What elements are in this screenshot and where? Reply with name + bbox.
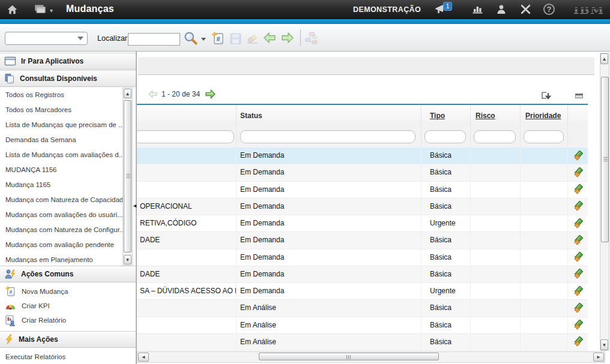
table-row[interactable]: DADEEm DemandaBásica (137, 232, 588, 249)
action-item[interactable]: #Nova Mudança (0, 284, 136, 299)
next-record-button[interactable] (280, 31, 295, 47)
column-header-tipo[interactable]: Tipo (421, 105, 470, 126)
add-bookmark-icon[interactable] (573, 336, 584, 347)
scroll-down-icon[interactable]: ▼ (600, 339, 608, 350)
table-row[interactable]: OPERACIONALEm DemandaBásica (137, 198, 588, 215)
more-action-item[interactable]: Executar Relatórios (0, 350, 136, 364)
cell-risco (470, 164, 520, 181)
query-item[interactable]: Mudanças em Planejamento (0, 252, 122, 266)
filter-status-input[interactable] (240, 130, 415, 143)
table-filter-row (137, 126, 588, 148)
add-bookmark-icon[interactable] (573, 303, 584, 314)
add-bookmark-icon[interactable] (573, 184, 584, 195)
new-record-button[interactable]: # (211, 31, 225, 48)
query-item[interactable]: Todos os Registros (0, 88, 122, 103)
query-item[interactable]: Mudanças com Natureza de Configur... (0, 222, 122, 237)
localizar-input[interactable] (128, 33, 180, 46)
add-bookmark-icon[interactable] (573, 151, 584, 161)
add-bookmark-icon[interactable] (573, 167, 584, 178)
add-bookmark-icon[interactable] (573, 218, 584, 229)
add-bookmark-icon[interactable] (573, 286, 584, 297)
table-row[interactable]: Em AnáliseBásica (137, 334, 588, 351)
cell-description (137, 182, 236, 198)
table-row[interactable]: Em DemandaBásica (137, 164, 588, 181)
scroll-up-icon[interactable]: ▲ (124, 89, 131, 98)
scrollbar-thumb[interactable] (601, 77, 609, 242)
filter-prioridade-input[interactable] (524, 130, 564, 143)
scrollbar-thumb[interactable] (259, 353, 439, 360)
save-button[interactable] (229, 32, 242, 47)
column-header-status: Status (236, 105, 421, 126)
sidebar-collapse-handle[interactable]: ◄ (132, 203, 137, 209)
query-item[interactable]: Demandas da Semana (0, 133, 122, 148)
reports-chart-button[interactable] (472, 4, 484, 17)
table-row[interactable]: Em DemandaBásica (137, 182, 588, 198)
add-bookmark-icon[interactable] (573, 252, 584, 263)
kpi-gauge-icon (4, 302, 16, 310)
add-bookmark-icon[interactable] (573, 320, 584, 330)
action-item[interactable]: Criar KPI (0, 299, 136, 313)
filter-risco-input[interactable] (474, 130, 516, 143)
table-row[interactable]: RETIVA,CÓDIGOEm DemandaUrgente (137, 215, 588, 232)
minimize-icon[interactable] (575, 94, 583, 98)
table-row[interactable]: Em AnáliseBásica (137, 300, 588, 317)
scrollbar-thumb[interactable] (124, 100, 131, 252)
query-item[interactable]: Mudanças com avaliações do usuári... (0, 207, 122, 222)
vertical-scrollbar[interactable]: ▲ ▼ (600, 53, 609, 351)
clear-changes-button[interactable] (246, 32, 259, 47)
table-row[interactable]: Em DemandaBásica (137, 148, 588, 164)
query-item[interactable]: Mudança com Natureza de Capacidade (0, 192, 122, 207)
announcements-button[interactable]: 1 (435, 4, 448, 17)
section-go-to-applications[interactable]: Ir Para Aplicativos (0, 53, 136, 70)
next-page-icon[interactable] (205, 89, 216, 100)
horizontal-scrollbar[interactable]: ◄ ► (137, 351, 605, 363)
table-row[interactable]: Em AnáliseBásica (137, 317, 588, 334)
section-more-actions[interactable]: Mais Ações (0, 331, 136, 348)
close-session-button[interactable] (520, 4, 531, 17)
home-icon[interactable] (7, 4, 18, 15)
scroll-right-icon[interactable]: ► (593, 353, 604, 362)
scroll-down-icon[interactable]: ▼ (124, 255, 131, 264)
query-list-scrollbar[interactable]: ▲ ▼ (122, 88, 133, 266)
cell-description: RETIVA,CÓDIGO (137, 215, 236, 231)
add-bookmark-icon[interactable] (573, 235, 584, 246)
section-available-queries[interactable]: Consultas Disponíveis (0, 70, 136, 87)
table-row[interactable]: DADEEm DemandaBásica (137, 266, 588, 283)
table-row[interactable]: Em DemandaBásica (137, 249, 588, 266)
query-item[interactable]: Lista de Mudanças que precisam de ... (0, 118, 122, 133)
query-item[interactable]: Todos os Marcadores (0, 103, 122, 118)
search-options-caret-icon[interactable] (201, 38, 206, 41)
query-item[interactable]: MUDANÇA 1156 (0, 163, 122, 178)
previous-record-button[interactable] (262, 31, 277, 47)
section-common-actions[interactable]: Ações Comuns (0, 266, 136, 282)
query-combobox[interactable] (5, 32, 88, 45)
table-row[interactable]: SA – DÚVIDAS ACESSO AO RLEEm DemandaUrge… (137, 283, 588, 300)
svg-text:#: # (9, 289, 12, 295)
query-item[interactable]: Mudanças com avaliação pendente (0, 237, 122, 252)
column-header-prioridade[interactable]: Prioridade (520, 105, 567, 126)
add-bookmark-icon[interactable] (573, 269, 584, 279)
common-actions-list: #Nova MudançaCriar KPICriar Relatório (0, 284, 136, 327)
query-item[interactable]: Mudança 1165 (0, 178, 122, 192)
download-icon[interactable] (541, 91, 551, 103)
localizar-label: Localizar: (97, 34, 130, 43)
workflow-button[interactable] (304, 31, 319, 47)
scroll-left-icon[interactable]: ◄ (138, 353, 149, 362)
filter-description-input[interactable] (137, 130, 234, 143)
prev-page-icon[interactable] (148, 89, 158, 99)
go-to-applications-menu[interactable]: ▾ (34, 4, 53, 15)
column-header-risco[interactable]: Risco (470, 105, 520, 126)
sidebar: Ir Para Aplicativos Consultas Disponívei… (0, 52, 137, 364)
notification-badge: 1 (443, 2, 452, 11)
add-bookmark-icon[interactable] (573, 201, 584, 212)
help-button[interactable]: ? (543, 4, 555, 15)
cell-description: SA – DÚVIDAS ACESSO AO RLE (137, 283, 236, 299)
query-item[interactable]: Lista de Mudanças com avaliações d... (0, 148, 122, 163)
filter-tipo-input[interactable] (424, 130, 466, 143)
scroll-up-icon[interactable]: ▲ (600, 53, 608, 64)
action-item[interactable]: Criar Relatório (0, 313, 136, 327)
search-icon[interactable] (183, 31, 198, 48)
cell-risco (470, 182, 520, 198)
profile-button[interactable] (496, 4, 507, 17)
pagination: 1 - 20 de 34 (148, 89, 216, 100)
